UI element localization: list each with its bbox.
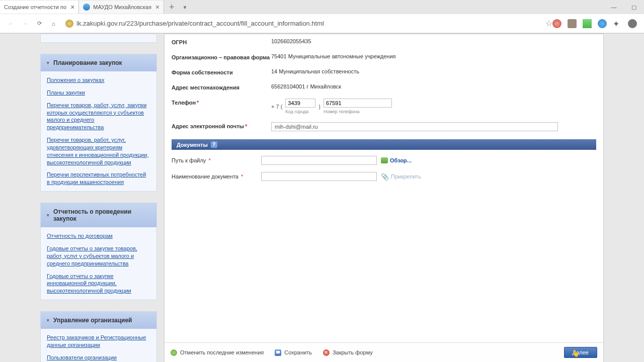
value-orgform: 75401 Муниципальные автономные учреждени… — [271, 53, 596, 59]
chevron-down-icon: ▾ — [47, 213, 49, 218]
close-icon[interactable]: × — [70, 3, 74, 11]
label-file-path: Путь к файлу * — [172, 157, 261, 163]
label-doc-name: Наименование документа * — [172, 173, 261, 179]
sidebar-header-reports[interactable]: ▾ Отчетность о проведении закупок — [41, 203, 156, 227]
label-phone: Телефон* — [172, 99, 271, 106]
forward-button[interactable]: → — [18, 17, 32, 31]
sidebar-link[interactable]: Положения о закупках — [47, 76, 150, 84]
tab-title: МАУДО Михайловская — [93, 4, 151, 10]
profile-icon[interactable] — [628, 19, 637, 28]
phone-code-input[interactable] — [285, 99, 315, 108]
maximize-button[interactable]: ▢ — [624, 0, 644, 14]
row-file-path: Путь к файлу * Обзор... — [172, 156, 596, 165]
documents-header: Документы ? — [172, 139, 596, 150]
close-icon[interactable]: × — [155, 3, 159, 11]
hint-phone-num: Номер телефона — [324, 109, 392, 114]
save-button[interactable]: Сохранить — [275, 349, 312, 356]
ext-icon-4[interactable] — [598, 19, 607, 28]
sidebar-link[interactable]: Отчетность по договорам — [47, 232, 150, 240]
form-area: ОГРН 1026602055435 Организационно – прав… — [165, 34, 603, 188]
label-ownership: Форма собственности — [172, 68, 271, 75]
chevron-down-icon: ▾ — [47, 318, 49, 323]
main-panel: ОГРН 1026602055435 Организационно – прав… — [164, 34, 604, 362]
value-ownership: 14 Муниципальная собственность — [271, 68, 596, 74]
undo-button[interactable]: Отменить последние изменения — [171, 349, 264, 356]
browse-button[interactable]: Обзор... — [381, 157, 412, 163]
close-form-icon: ✕ — [323, 349, 330, 356]
page-content: ▾ Планирование закупок Положения о закуп… — [0, 34, 644, 362]
next-button[interactable]: 👆 Далее — [564, 347, 597, 358]
row-address: Адрес местонахождения 65628104001 г Миха… — [172, 83, 596, 90]
folder-icon — [381, 157, 388, 163]
sidebar-header-planning[interactable]: ▾ Планирование закупок — [41, 54, 156, 71]
chevron-down-icon: ▾ — [47, 60, 49, 65]
phone-paren: ) — [318, 104, 320, 110]
sidebar-link[interactable]: Перечни товаров, работ, услуг, закупки к… — [47, 102, 150, 131]
label-ogrn: ОГРН — [172, 38, 271, 45]
back-button[interactable]: ← — [4, 17, 18, 31]
file-path-input[interactable] — [261, 156, 377, 165]
sidebar-link[interactable]: Планы закупки — [47, 89, 150, 97]
row-doc-name: Наименование документа * 📎 Прикрепить — [172, 172, 596, 181]
sidebar-link[interactable]: Пользователи организации — [47, 354, 150, 361]
sidebar-section-reports: ▾ Отчетность о проведении закупок Отчетн… — [40, 203, 157, 300]
sidebar-link[interactable]: Годовые отчеты о закупке товаров, работ,… — [47, 245, 150, 267]
ext-icon-3[interactable] — [583, 19, 592, 28]
browser-chrome: Создание отчетности по × МАУДО Михайловс… — [0, 0, 644, 34]
sidebar-header-org[interactable]: ▾ Управление организацией — [41, 312, 156, 329]
tab-2[interactable]: МАУДО Михайловская × — [79, 1, 164, 14]
sidebar: ▾ Планирование закупок Положения о закуп… — [40, 34, 157, 362]
sidebar-link[interactable]: Перечни перспективных потребностей в про… — [47, 171, 150, 186]
address-bar: ← → ⟳ ⌂ lk.zakupki.gov.ru/223/purchase/p… — [0, 14, 644, 33]
favicon-icon — [83, 4, 90, 11]
label-orgform: Организационно – правовая форма — [172, 53, 271, 60]
value-ogrn: 1026602055435 — [271, 38, 596, 44]
help-icon[interactable]: ? — [211, 141, 217, 148]
phone-number-input[interactable] — [324, 99, 392, 108]
sidebar-link[interactable]: Годовые отчеты о закупке инновационной п… — [47, 273, 150, 295]
row-phone: Телефон* + 7 ( Код города ) Номер телефо… — [172, 99, 596, 114]
paperclip-icon: 📎 — [381, 173, 389, 180]
label-email: Адрес электронной почты* — [172, 122, 271, 129]
new-tab-button[interactable]: + — [164, 2, 180, 13]
tab-dropdown-icon[interactable]: ▼ — [180, 5, 191, 10]
sidebar-link[interactable]: Перечни товаров, работ, услуг, удовлетво… — [47, 136, 150, 166]
undo-icon — [171, 349, 177, 356]
phone-prefix: + 7 ( — [271, 104, 282, 110]
label-address: Адрес местонахождения — [172, 83, 271, 90]
site-lock-icon — [65, 20, 73, 28]
minimize-button[interactable]: — — [604, 0, 624, 14]
sidebar-title: Планирование закупок — [53, 59, 122, 66]
sidebar-title: Отчетность о проведении закупок — [53, 208, 150, 222]
reload-button[interactable]: ⟳ — [32, 17, 46, 31]
email-input[interactable] — [271, 122, 558, 131]
value-address: 65628104001 г Михайловск — [271, 83, 596, 89]
close-form-button[interactable]: ✕ Закрыть форму — [323, 349, 373, 356]
ext-icon-1[interactable] — [552, 19, 561, 28]
row-ogrn: ОГРН 1026602055435 — [172, 38, 596, 45]
hint-phone-code: Код города — [285, 109, 315, 114]
tab-bar: Создание отчетности по × МАУДО Михайловс… — [0, 0, 644, 14]
sidebar-link[interactable]: Реестр заказчиков и Регистрационные данн… — [47, 334, 150, 349]
row-email: Адрес электронной почты* — [172, 122, 596, 131]
attach-button[interactable]: 📎 Прикрепить — [381, 173, 421, 180]
doc-name-input[interactable] — [261, 172, 377, 181]
ext-icon-2[interactable] — [568, 19, 577, 28]
sidebar-section-planning: ▾ Планирование закупок Положения о закуп… — [40, 54, 157, 192]
save-icon — [275, 349, 281, 356]
row-orgform: Организационно – правовая форма 75401 Му… — [172, 53, 596, 60]
extensions-icon[interactable]: ✦ — [613, 19, 622, 28]
window-controls: — ▢ — [604, 0, 644, 14]
row-ownership: Форма собственности 14 Муниципальная соб… — [172, 68, 596, 75]
sidebar-title: Управление организацией — [53, 317, 132, 324]
tab-title: Создание отчетности по — [4, 4, 66, 10]
cursor-hand-icon: 👆 — [572, 349, 580, 357]
sidebar-section-org: ▾ Управление организацией Реестр заказчи… — [40, 311, 157, 362]
url-field[interactable]: lk.zakupki.gov.ru/223/purchase/private/c… — [74, 20, 545, 27]
footer-bar: Отменить последние изменения Сохранить ✕… — [165, 342, 603, 362]
bookmark-star-icon[interactable]: ☆ — [545, 19, 552, 28]
home-button[interactable]: ⌂ — [46, 17, 60, 31]
tab-1[interactable]: Создание отчетности по × — [0, 1, 79, 14]
sidebar-top-box — [40, 34, 157, 43]
extension-icons: ✦ — [552, 19, 640, 28]
